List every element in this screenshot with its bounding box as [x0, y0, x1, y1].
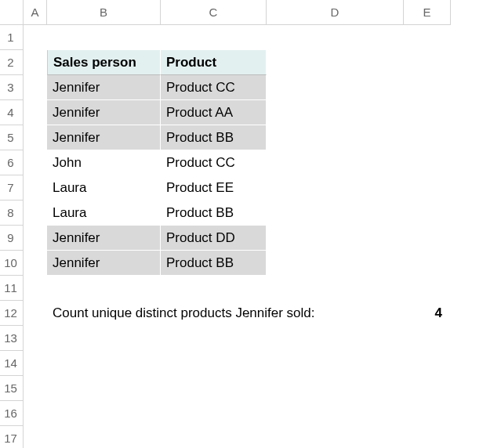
- cell-c15[interactable]: [161, 376, 267, 401]
- cell-b14[interactable]: [47, 351, 161, 376]
- row-header-17[interactable]: 17: [0, 426, 24, 448]
- row-header-14[interactable]: 14: [0, 351, 24, 376]
- cell-a1[interactable]: [24, 25, 47, 50]
- row-header-12[interactable]: 12: [0, 301, 24, 326]
- cell-d4[interactable]: [267, 100, 404, 125]
- cell-a15[interactable]: [24, 376, 47, 401]
- cell-b3[interactable]: Jennifer: [47, 75, 161, 100]
- cell-e8[interactable]: [404, 201, 451, 226]
- cell-d5[interactable]: [267, 125, 404, 150]
- row-header-8[interactable]: 8: [0, 201, 24, 226]
- cell-b15[interactable]: [47, 376, 161, 401]
- row-header-5[interactable]: 5: [0, 125, 24, 150]
- cell-d7[interactable]: [267, 175, 404, 201]
- cell-d17[interactable]: [267, 426, 404, 448]
- summary-value[interactable]: 4: [404, 301, 451, 326]
- cell-d2[interactable]: [267, 50, 404, 75]
- cell-c6[interactable]: Product CC: [161, 150, 267, 175]
- cell-c7[interactable]: Product EE: [161, 175, 267, 201]
- cell-a6[interactable]: [24, 150, 47, 175]
- cell-b10[interactable]: Jennifer: [47, 251, 161, 276]
- cell-d16[interactable]: [267, 401, 404, 426]
- cell-b16[interactable]: [47, 401, 161, 426]
- cell-b9[interactable]: Jennifer: [47, 226, 161, 251]
- row-header-10[interactable]: 10: [0, 251, 24, 276]
- col-header-b[interactable]: B: [47, 0, 161, 25]
- cell-e5[interactable]: [404, 125, 451, 150]
- cell-a17[interactable]: [24, 426, 47, 448]
- cell-b6[interactable]: John: [47, 150, 161, 175]
- cell-c17[interactable]: [161, 426, 267, 448]
- cell-a4[interactable]: [24, 100, 47, 125]
- col-header-d[interactable]: D: [267, 0, 404, 25]
- row-header-13[interactable]: 13: [0, 326, 24, 351]
- row-header-2[interactable]: 2: [0, 50, 24, 75]
- cell-a11[interactable]: [24, 276, 47, 301]
- cell-d13[interactable]: [267, 326, 404, 351]
- cell-c16[interactable]: [161, 401, 267, 426]
- row-header-1[interactable]: 1: [0, 25, 24, 50]
- row-header-3[interactable]: 3: [0, 75, 24, 100]
- row-header-16[interactable]: 16: [0, 401, 24, 426]
- cell-e6[interactable]: [404, 150, 451, 175]
- row-header-9[interactable]: 9: [0, 226, 24, 251]
- cell-c1[interactable]: [161, 25, 267, 50]
- cell-d1[interactable]: [267, 25, 404, 50]
- cell-e10[interactable]: [404, 251, 451, 276]
- cell-a9[interactable]: [24, 226, 47, 251]
- cell-e13[interactable]: [404, 326, 451, 351]
- row-header-7[interactable]: 7: [0, 175, 24, 201]
- cell-e11[interactable]: [404, 276, 451, 301]
- cell-d9[interactable]: [267, 226, 404, 251]
- cell-d11[interactable]: [267, 276, 404, 301]
- cell-e4[interactable]: [404, 100, 451, 125]
- cell-e2[interactable]: [404, 50, 451, 75]
- cell-a16[interactable]: [24, 401, 47, 426]
- table-header-product[interactable]: Product: [161, 50, 267, 75]
- cell-a13[interactable]: [24, 326, 47, 351]
- summary-label[interactable]: Count unique distinct products Jennifer …: [47, 301, 404, 326]
- select-all-corner[interactable]: [0, 0, 24, 25]
- cell-a8[interactable]: [24, 201, 47, 226]
- cell-c13[interactable]: [161, 326, 267, 351]
- cell-d10[interactable]: [267, 251, 404, 276]
- cell-b1[interactable]: [47, 25, 161, 50]
- cell-a10[interactable]: [24, 251, 47, 276]
- cell-b7[interactable]: Laura: [47, 175, 161, 201]
- row-header-6[interactable]: 6: [0, 150, 24, 175]
- col-header-a[interactable]: A: [24, 0, 47, 25]
- table-header-person[interactable]: Sales person: [47, 50, 161, 75]
- cell-b17[interactable]: [47, 426, 161, 448]
- cell-a7[interactable]: [24, 175, 47, 201]
- cell-d15[interactable]: [267, 376, 404, 401]
- cell-b4[interactable]: Jennifer: [47, 100, 161, 125]
- cell-d8[interactable]: [267, 201, 404, 226]
- cell-a14[interactable]: [24, 351, 47, 376]
- cell-c11[interactable]: [161, 276, 267, 301]
- col-header-e[interactable]: E: [404, 0, 451, 25]
- cell-e15[interactable]: [404, 376, 451, 401]
- cell-e17[interactable]: [404, 426, 451, 448]
- cell-e7[interactable]: [404, 175, 451, 201]
- col-header-c[interactable]: C: [161, 0, 267, 25]
- cell-a12[interactable]: [24, 301, 47, 326]
- cell-c10[interactable]: Product BB: [161, 251, 267, 276]
- cell-c5[interactable]: Product BB: [161, 125, 267, 150]
- cell-a2[interactable]: [24, 50, 47, 75]
- cell-c8[interactable]: Product BB: [161, 201, 267, 226]
- cell-d14[interactable]: [267, 351, 404, 376]
- cell-e1[interactable]: [404, 25, 451, 50]
- cell-c14[interactable]: [161, 351, 267, 376]
- cell-b8[interactable]: Laura: [47, 201, 161, 226]
- cell-a5[interactable]: [24, 125, 47, 150]
- cell-b13[interactable]: [47, 326, 161, 351]
- cell-b11[interactable]: [47, 276, 161, 301]
- cell-c4[interactable]: Product AA: [161, 100, 267, 125]
- cell-e14[interactable]: [404, 351, 451, 376]
- cell-e9[interactable]: [404, 226, 451, 251]
- cell-e16[interactable]: [404, 401, 451, 426]
- row-header-4[interactable]: 4: [0, 100, 24, 125]
- cell-c3[interactable]: Product CC: [161, 75, 267, 100]
- row-header-11[interactable]: 11: [0, 276, 24, 301]
- cell-d6[interactable]: [267, 150, 404, 175]
